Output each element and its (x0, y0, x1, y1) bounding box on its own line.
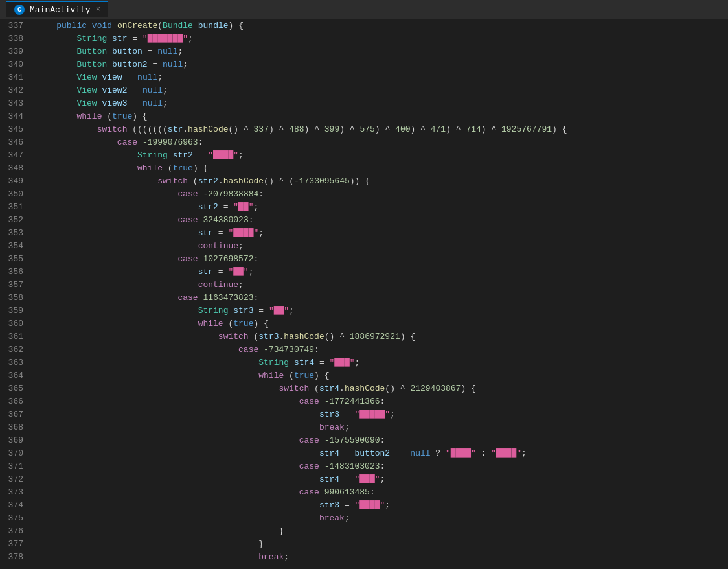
line-num-377: 377 (5, 538, 23, 551)
line-num-362: 362 (5, 343, 23, 356)
code-line-337: public void onCreate(Bundle bundle) { (36, 19, 728, 32)
line-num-345: 345 (5, 123, 23, 136)
code-line-370: str4 = button2 == null ? "████" : "████"… (36, 447, 728, 460)
line-num-368: 368 (5, 421, 23, 434)
code-area[interactable]: public void onCreate(Bundle bundle) { St… (31, 19, 728, 569)
line-num-375: 375 (5, 512, 23, 525)
line-num-363: 363 (5, 356, 23, 369)
line-num-355: 355 (5, 253, 23, 266)
line-num-372: 372 (5, 473, 23, 486)
code-line-368: break; (36, 421, 728, 434)
line-num-354: 354 (5, 240, 23, 253)
code-line-366: case -1772441366: (36, 395, 728, 408)
line-num-374: 374 (5, 499, 23, 512)
line-num-359: 359 (5, 305, 23, 318)
line-num-358: 358 (5, 292, 23, 305)
line-num-340: 340 (5, 58, 23, 71)
line-num-376: 376 (5, 525, 23, 538)
line-num-367: 367 (5, 408, 23, 421)
line-num-373: 373 (5, 486, 23, 499)
line-num-364: 364 (5, 369, 23, 382)
line-num-338: 338 (5, 32, 23, 45)
close-icon[interactable]: × (96, 5, 100, 14)
line-num-344: 344 (5, 110, 23, 123)
line-num-348: 348 (5, 162, 23, 175)
code-line-353: str = "████"; (36, 227, 728, 240)
code-line-347: String str2 = "████"; (36, 149, 728, 162)
code-line-374: str3 = "████"; (36, 499, 728, 512)
code-line-358: case 1163473823: (36, 292, 728, 305)
code-line-376: } (36, 525, 728, 538)
line-num-342: 342 (5, 84, 23, 97)
line-num-341: 341 (5, 71, 23, 84)
code-line-365: switch (str4.hashCode() ^ 2129403867) { (36, 382, 728, 395)
code-line-340: Button button2 = null; (36, 58, 728, 71)
tab-icon: C (14, 5, 25, 15)
code-line-348: while (true) { (36, 162, 728, 175)
code-line-369: case -1575590090: (36, 434, 728, 447)
code-line-378: break; (36, 551, 728, 564)
code-line-359: String str3 = "██"; (36, 305, 728, 318)
line-num-378: 378 (5, 551, 23, 564)
code-line-367: str3 = "█████"; (36, 408, 728, 421)
code-line-372: str4 = "███"; (36, 473, 728, 486)
code-line-363: String str4 = "███"; (36, 356, 728, 369)
line-num-343: 343 (5, 97, 23, 110)
code-line-356: str = "██"; (36, 266, 728, 279)
code-line-344: while (true) { (36, 110, 728, 123)
code-line-354: continue; (36, 240, 728, 253)
code-line-350: case -2079838884: (36, 188, 728, 201)
editor: 337 338 339 340 341 342 343 344 345 346 … (0, 19, 728, 569)
line-num-357: 357 (5, 279, 23, 292)
code-line-361: switch (str3.hashCode() ^ 1886972921) { (36, 331, 728, 343)
code-line-362: case -734730749: (36, 343, 728, 356)
code-line-349: switch (str2.hashCode() ^ (-1733095645))… (36, 175, 728, 188)
line-num-360: 360 (5, 318, 23, 331)
line-num-371: 371 (5, 460, 23, 473)
line-num-365: 365 (5, 382, 23, 395)
code-line-375: break; (36, 512, 728, 525)
line-num-350: 350 (5, 188, 23, 201)
line-num-347: 347 (5, 149, 23, 162)
line-num-356: 356 (5, 266, 23, 279)
line-num-366: 366 (5, 395, 23, 408)
code-line-339: Button button = null; (36, 45, 728, 58)
code-line-373: case 990613485: (36, 486, 728, 499)
line-num-369: 369 (5, 434, 23, 447)
code-line-360: while (true) { (36, 318, 728, 331)
line-num-352: 352 (5, 214, 23, 227)
line-num-349: 349 (5, 175, 23, 188)
tab[interactable]: C MainActivity × (6, 1, 108, 17)
code-line-351: str2 = "██"; (36, 201, 728, 214)
code-line-352: case 324380023: (36, 214, 728, 227)
code-line-371: case -1483103023: (36, 460, 728, 473)
code-line-342: View view2 = null; (36, 84, 728, 97)
code-line-357: continue; (36, 279, 728, 292)
line-num-339: 339 (5, 45, 23, 58)
title-bar: C MainActivity × (0, 0, 728, 19)
line-num-361: 361 (5, 331, 23, 343)
line-num-351: 351 (5, 201, 23, 214)
line-numbers: 337 338 339 340 341 342 343 344 345 346 … (0, 19, 31, 569)
line-num-370: 370 (5, 447, 23, 460)
line-num-337: 337 (5, 19, 23, 32)
code-line-338: String str = "███████"; (36, 32, 728, 45)
code-line-341: View view = null; (36, 71, 728, 84)
code-line-355: case 1027698572: (36, 253, 728, 266)
tab-title: MainActivity (30, 5, 91, 15)
code-line-364: while (true) { (36, 369, 728, 382)
code-line-346: case -1999076963: (36, 136, 728, 149)
code-line-345: switch (((((((str.hashCode() ^ 337) ^ 48… (36, 123, 728, 136)
code-line-343: View view3 = null; (36, 97, 728, 110)
line-num-353: 353 (5, 227, 23, 240)
code-line-377: } (36, 538, 728, 551)
line-num-346: 346 (5, 136, 23, 149)
